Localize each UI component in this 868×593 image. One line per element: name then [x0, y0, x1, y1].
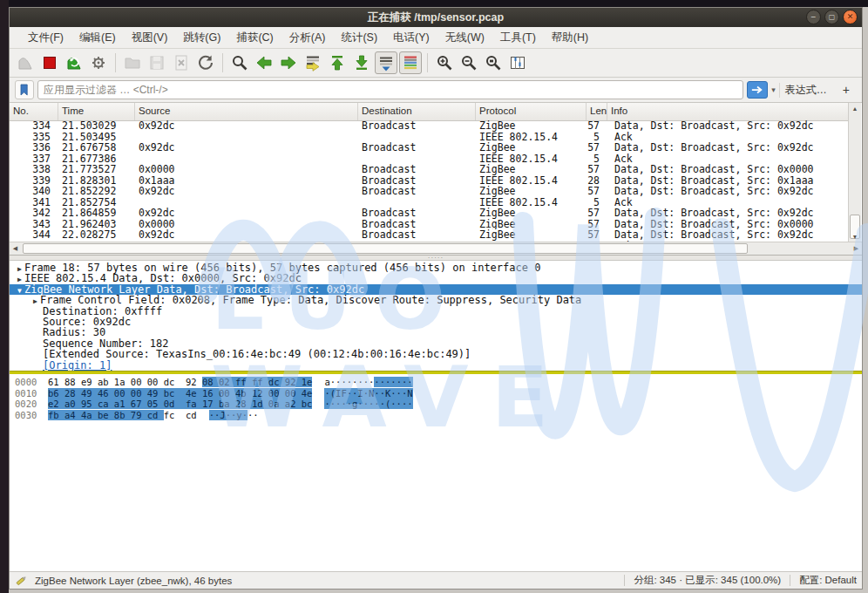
column-header-source[interactable]: Source: [135, 103, 358, 120]
close-icon: ✕: [847, 13, 854, 21]
filter-dropdown-caret[interactable]: ▾: [771, 85, 776, 94]
hex-offset: 0030: [15, 410, 46, 421]
toolbar-separator: [115, 53, 116, 72]
menu-item-2[interactable]: 视图(V): [124, 28, 176, 48]
menu-item-7[interactable]: 电话(Y): [385, 28, 437, 48]
zoom-original-button[interactable]: [482, 51, 505, 74]
status-bar: ZigBee Network Layer (zbee_nwk), 46 byte…: [10, 571, 862, 589]
menu-item-4[interactable]: 捕获(C): [228, 28, 281, 48]
packet-row-335[interactable]: 33521.503495IEEE 802.15.45Ack: [10, 132, 849, 143]
menu-item-5[interactable]: 分析(A): [281, 28, 334, 48]
expression-button[interactable]: 表达式…: [779, 83, 832, 98]
go-last-button[interactable]: [350, 51, 373, 74]
column-header-time[interactable]: Time: [58, 103, 135, 120]
packet-row-343[interactable]: 34321.9624030x0000BroadcastZigBee57Data,…: [10, 219, 849, 230]
go-back-icon: [254, 53, 274, 72]
hex-offset: 0010: [15, 388, 46, 399]
go-first-button[interactable]: [326, 51, 349, 74]
close-button[interactable]: ✕: [843, 10, 858, 24]
zoom-in-icon: [435, 53, 454, 72]
auto-scroll-icon: [376, 53, 396, 72]
colorize-icon: [401, 53, 420, 72]
column-header-no[interactable]: No.: [10, 103, 58, 120]
find-packet-button[interactable]: [228, 51, 251, 74]
hex-row-0030[interactable]: 0030fb a4 4a be 8b 79 cd fc cd··J··y···: [10, 410, 862, 421]
display-filter-input[interactable]: [37, 80, 743, 99]
colorize-button[interactable]: [399, 51, 422, 74]
detail-line-8[interactable]: [Extended Source: TexasIns_00:16:4e:bc:4…: [10, 349, 862, 359]
packet-row-338[interactable]: 33821.7735270x0000BroadcastZigBee57Data,…: [10, 164, 849, 175]
detail-line-4[interactable]: Destination: 0xffff: [10, 306, 862, 317]
go-to-packet-icon: [303, 53, 322, 72]
packet-row-340[interactable]: 34021.8522920x92dcBroadcastZigBee57Data,…: [10, 186, 849, 197]
hex-offset: 0020: [15, 399, 46, 410]
window-buttons: − ▢ ✕: [806, 10, 858, 24]
capture-options-button[interactable]: [87, 51, 110, 74]
hex-row-0020[interactable]: 0020e2 a0 95 ca a1 67 05 0d fa 17 ba 28 …: [10, 399, 862, 410]
apply-filter-button[interactable]: [747, 81, 768, 99]
packet-list-pane: No.TimeSourceDestinationProtocolLengthIn…: [10, 103, 862, 256]
status-profile[interactable]: 配置: Default: [799, 574, 857, 587]
resize-columns-icon: [508, 53, 527, 72]
save-file-icon: [147, 53, 166, 72]
menu-item-8[interactable]: 无线(W): [437, 28, 492, 48]
packet-row-342[interactable]: 34221.8648590x92dcBroadcastZigBee57Data,…: [10, 208, 849, 219]
restart-capture-button[interactable]: [63, 51, 85, 74]
packet-list-header: No.TimeSourceDestinationProtocolLengthIn…: [10, 103, 849, 121]
titlebar[interactable]: 正在捕获 /tmp/sensor.pcap − ▢ ✕: [10, 8, 862, 27]
maximize-button[interactable]: ▢: [824, 10, 839, 24]
scroll-up-icon[interactable]: ▲: [849, 103, 861, 114]
reload-file-button[interactable]: [194, 51, 217, 74]
start-capture-icon: [16, 53, 35, 72]
bookmark-icon: [17, 83, 31, 97]
go-forward-icon: [279, 53, 298, 72]
close-file-button: [170, 51, 193, 74]
scroll-left-icon[interactable]: ◀: [10, 242, 21, 255]
packet-row-344[interactable]: 34422.0282750x92dcBroadcastZigBee57Data,…: [10, 229, 849, 241]
stop-capture-button[interactable]: [38, 51, 61, 74]
minimize-icon: −: [811, 13, 817, 22]
menu-item-1[interactable]: 编辑(E): [71, 28, 124, 48]
resize-columns-button[interactable]: [506, 51, 529, 74]
expert-info-icon[interactable]: [15, 574, 28, 587]
packet-row-339[interactable]: 33921.8283010x1aaaBroadcastIEEE 802.15.4…: [10, 175, 849, 187]
packet-list-hscrollbar[interactable]: ◀ ▶: [10, 242, 862, 255]
column-header-length[interactable]: Length: [587, 103, 607, 120]
go-to-packet-button[interactable]: [302, 51, 324, 74]
zoom-out-button[interactable]: [458, 51, 480, 74]
restart-capture-icon: [64, 53, 84, 72]
hex-row-0010[interactable]: 0010b6 28 49 46 00 00 49 bc 4e 16 00 4b …: [10, 388, 862, 399]
menu-item-6[interactable]: 统计(S): [333, 28, 385, 48]
auto-scroll-button[interactable]: [375, 51, 397, 74]
go-back-button[interactable]: [253, 51, 275, 74]
menu-item-9[interactable]: 工具(T): [492, 28, 544, 48]
detail-line-5[interactable]: Source: 0x92dc: [10, 317, 862, 327]
zoom-in-button[interactable]: [433, 51, 456, 74]
maximize-icon: ▢: [829, 14, 836, 21]
minimize-button[interactable]: −: [806, 10, 821, 24]
zoom-out-icon: [459, 53, 478, 72]
column-header-destination[interactable]: Destination: [358, 103, 476, 120]
go-forward-button[interactable]: [277, 51, 300, 74]
detail-line-9[interactable]: [Origin: 1]: [10, 360, 862, 371]
window-title: 正在捕获 /tmp/sensor.pcap: [368, 10, 504, 25]
menu-item-10[interactable]: 帮助(H): [544, 28, 596, 48]
hscroll-thumb[interactable]: [23, 243, 748, 254]
menu-item-0[interactable]: 文件(F): [20, 28, 71, 48]
add-filter-button[interactable]: +: [836, 83, 857, 97]
hex-row-0000[interactable]: 000061 88 e9 ab 1a 00 00 dc 92 08 02 ff …: [10, 377, 862, 388]
packet-row-334[interactable]: 33421.5030290x92dcBroadcastZigBee57Data,…: [10, 120, 849, 132]
packet-list-vscrollbar[interactable]: ▲ ▼: [848, 103, 861, 242]
packet-row-337[interactable]: 33721.677386IEEE 802.15.45Ack: [10, 153, 849, 165]
packet-row-336[interactable]: 33621.6767580x92dcBroadcastZigBee57Data,…: [10, 142, 849, 153]
go-first-icon: [328, 53, 347, 72]
menu-item-3[interactable]: 跳转(G): [175, 28, 228, 48]
open-file-icon: [123, 53, 142, 72]
scroll-right-icon[interactable]: ▶: [851, 242, 862, 255]
column-header-info[interactable]: Info: [607, 103, 849, 120]
packet-row-341[interactable]: 34121.852754IEEE 802.15.45Ack: [10, 197, 849, 208]
filter-bookmark-button[interactable]: [15, 80, 34, 99]
packet-bytes-pane: 000061 88 e9 ab 1a 00 00 dc 92 08 02 ff …: [10, 374, 862, 571]
stop-capture-icon: [40, 53, 59, 72]
column-header-protocol[interactable]: Protocol: [476, 103, 587, 120]
